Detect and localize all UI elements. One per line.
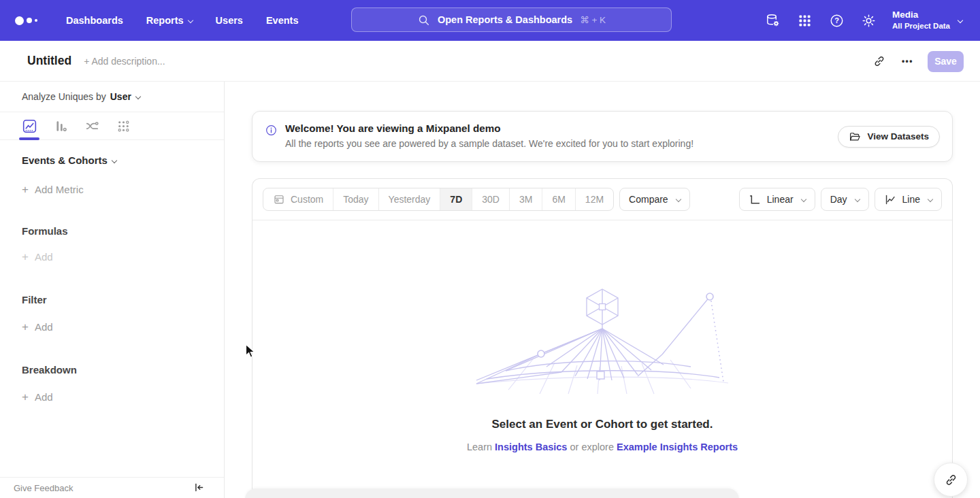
view-datasets-label: View Datasets [867,131,929,142]
tab-bar-chart[interactable] [45,112,76,139]
scale-dropdown[interactable]: Linear [739,188,815,211]
help-icon[interactable]: ? [829,12,845,29]
chevron-down-icon [675,197,681,202]
add-description-field[interactable]: + Add description... [84,56,165,67]
date-range-yesterday[interactable]: Yesterday [378,188,440,210]
copy-link-button[interactable] [872,54,887,69]
add-breakdown-button[interactable]: + Add [0,391,224,403]
add-formula-button[interactable]: + Add [0,251,224,263]
axis-scale-icon [749,193,762,206]
link-icon [872,54,886,68]
plus-icon: + [22,393,29,402]
date-range-label: 6M [552,194,565,205]
plus-icon: + [22,252,29,262]
empty-state-illustration [466,286,738,397]
interval-dropdown[interactable]: Day [821,188,869,211]
analyze-by-dropdown[interactable]: User [110,91,140,102]
add-formula-label: Add [35,251,53,263]
more-options-button[interactable]: ••• [902,56,913,66]
search-shortcut: ⌘ + K [580,14,606,25]
insights-basics-link[interactable]: Insights Basics [495,442,567,452]
tab-flow-chart[interactable] [76,112,108,139]
nav-item-label: Users [216,15,243,26]
date-range-label: Today [343,194,368,205]
chart-type-dropdown[interactable]: Line [875,188,942,211]
line-chart-icon [884,193,897,206]
analyze-by-value: User [110,91,131,102]
date-range-label: Yesterday [389,194,431,205]
add-breakdown-label: Add [35,391,53,403]
mixpanel-logo-icon[interactable] [15,16,39,25]
settings-gear-icon[interactable] [861,12,877,29]
empty-state-title: Select an Event or Cohort to get started… [252,418,952,431]
project-selector[interactable]: Media All Project Data [892,10,962,31]
filter-heading: Filter [0,294,224,305]
chevron-down-icon [854,197,860,202]
date-range-7d[interactable]: 7D [440,188,472,210]
events-cohorts-section[interactable]: Events & Cohorts [0,154,224,166]
banner-subtitle: All the reports you see are powered by a… [285,138,693,149]
date-range-12m[interactable]: 12M [575,188,613,210]
example-reports-link[interactable]: Example Insights Reports [617,442,738,452]
visualization-tabs [0,112,224,140]
plus-icon: + [22,185,29,195]
scale-label: Linear [767,194,794,205]
chevron-down-icon [112,157,117,163]
nav-item-events[interactable]: Events [255,0,310,41]
add-metric-label: Add Metric [35,184,84,195]
date-range-label: Custom [291,194,323,205]
save-button[interactable]: Save [928,51,964,72]
data-management-icon[interactable] [765,12,781,29]
date-range-today[interactable]: Today [333,188,378,210]
date-range-custom[interactable]: Custom [263,188,333,210]
nav-item-label: Dashboards [66,15,123,26]
banner-title: Welcome! You are viewing a Mixpanel demo [285,122,693,134]
top-nav-right: ? Media All Project Data [749,0,980,41]
bottom-panel-edge [245,488,739,498]
main-content: Welcome! You are viewing a Mixpanel demo… [225,82,980,498]
compare-label: Compare [629,194,668,205]
nav-item-users[interactable]: Users [204,0,255,41]
compare-dropdown[interactable]: Compare [619,188,690,211]
date-range-3m[interactable]: 3M [509,188,542,210]
date-range-control: Custom Today Yesterday 7D 30D 3M 6M 12M [263,188,614,211]
nav-item-dashboards[interactable]: Dashboards [54,0,135,41]
breakdown-heading: Breakdown [0,364,224,376]
collapse-left-icon [193,482,205,493]
date-range-label: 12M [585,194,604,205]
project-name: Media [892,10,950,21]
add-metric-button[interactable]: + Add Metric [0,184,224,195]
line-chart-icon [22,119,37,133]
nav-item-label: Reports [146,15,184,26]
apps-grid-icon[interactable] [797,12,813,29]
interval-label: Day [830,194,847,205]
events-cohorts-label: Events & Cohorts [22,154,108,166]
global-search[interactable]: Open Reports & Dashboards ⌘ + K [351,7,672,32]
date-range-label: 3M [519,194,532,205]
add-filter-button[interactable]: + Add [0,321,224,333]
report-header: Untitled + Add description... ••• Save [0,41,980,82]
metrics-dots-icon [116,119,131,133]
share-link-floating-button[interactable] [934,463,968,497]
tab-metrics-dots[interactable] [108,112,139,139]
date-range-30d[interactable]: 30D [472,188,509,210]
analyze-uniques-label: Analyze Uniques by [22,91,106,102]
learn-prefix: Learn [467,442,495,452]
date-range-6m[interactable]: 6M [542,188,574,210]
svg-text:?: ? [834,16,839,24]
report-panel: Custom Today Yesterday 7D 30D 3M 6M 12M … [252,178,953,498]
nav-item-reports[interactable]: Reports [135,0,204,41]
link-icon [944,473,958,487]
chevron-down-icon [958,18,963,23]
query-builder-sidebar: Analyze Uniques by User [0,82,225,498]
chart-type-label: Line [902,194,920,205]
tab-insights-line[interactable] [14,112,45,139]
info-icon [265,124,278,137]
report-title[interactable]: Untitled [27,54,71,68]
view-datasets-button[interactable]: View Datasets [838,126,940,148]
chevron-down-icon [135,94,141,99]
give-feedback-link[interactable]: Give Feedback [14,483,73,493]
collapse-sidebar-button[interactable] [193,482,206,494]
chevron-down-icon [800,197,806,202]
search-label: Open Reports & Dashboards [438,14,572,25]
